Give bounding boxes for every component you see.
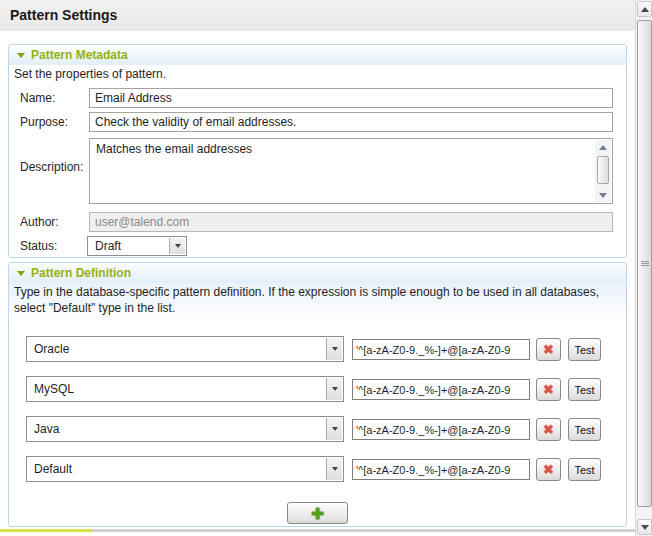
status-combo-value: Draft — [95, 239, 121, 253]
scrollbar-up-button[interactable] — [637, 1, 652, 17]
scrollbar-grip — [641, 260, 649, 267]
database-combo-arrow[interactable] — [326, 338, 342, 360]
database-combo-arrow[interactable] — [326, 418, 342, 440]
database-type-value: Oracle — [34, 342, 69, 356]
description-label: Description: — [20, 160, 83, 174]
database-type-combo[interactable]: Java — [26, 416, 344, 442]
test-button[interactable]: Test — [568, 338, 601, 361]
arrow-up-icon — [641, 7, 649, 12]
author-input — [89, 212, 613, 232]
database-type-value: Java — [34, 422, 59, 436]
description-field[interactable]: Matches the email addresses — [89, 138, 613, 204]
red-x-icon: ✖ — [543, 383, 554, 396]
author-label: Author: — [20, 215, 59, 229]
test-button-label: Test — [574, 384, 594, 396]
regex-input[interactable] — [352, 419, 530, 440]
metadata-section-subtitle: Set the properties of pattern. — [14, 67, 166, 81]
database-type-combo[interactable]: MySQL — [26, 376, 344, 402]
regex-input[interactable] — [352, 339, 530, 360]
description-text: Matches the email addresses — [96, 142, 592, 156]
chevron-down-icon — [332, 427, 338, 431]
name-input[interactable] — [89, 88, 613, 108]
test-button[interactable]: Test — [568, 378, 601, 401]
description-scroll-down-button[interactable] — [595, 188, 611, 202]
vertical-scrollbar[interactable] — [635, 0, 652, 536]
name-label: Name: — [20, 91, 55, 105]
scrollbar-thumb[interactable] — [637, 20, 652, 507]
database-type-value: Default — [34, 462, 72, 476]
page-title: Pattern Settings — [10, 7, 117, 23]
test-button[interactable]: Test — [568, 458, 601, 481]
database-type-value: MySQL — [34, 382, 74, 396]
definition-subtitle-band: Type in the database-specific pattern de… — [9, 283, 626, 321]
delete-pattern-button[interactable]: ✖ — [536, 458, 561, 481]
description-scroll-up-button[interactable] — [595, 140, 611, 154]
chevron-down-icon — [332, 467, 338, 471]
definition-section-title: Pattern Definition — [31, 266, 131, 280]
definition-subtitle-line1: Type in the database-specific pattern de… — [14, 285, 599, 299]
database-type-combo[interactable]: Default — [26, 456, 344, 482]
metadata-section-header[interactable]: Pattern Metadata — [9, 45, 626, 65]
chevron-down-icon — [175, 244, 181, 248]
definition-subtitle-line2: select "Default" type in the list. — [14, 301, 175, 315]
plus-icon: ✚ — [311, 506, 324, 521]
metadata-section-title: Pattern Metadata — [31, 48, 128, 62]
title-bar: Pattern Settings — [0, 0, 635, 31]
database-combo-arrow[interactable] — [326, 458, 342, 480]
status-combo[interactable]: Draft — [87, 236, 187, 256]
delete-pattern-button[interactable]: ✖ — [536, 378, 561, 401]
add-pattern-button[interactable]: ✚ — [287, 502, 348, 524]
bottom-strip-highlight — [0, 529, 92, 532]
pattern-settings-view: Pattern Settings Pattern Metadata Set th… — [0, 0, 652, 536]
arrow-up-icon — [599, 145, 607, 150]
test-button[interactable]: Test — [568, 418, 601, 441]
arrow-down-icon — [641, 525, 649, 530]
status-label: Status: — [20, 239, 57, 253]
test-button-label: Test — [574, 464, 594, 476]
test-button-label: Test — [574, 424, 594, 436]
red-x-icon: ✖ — [543, 463, 554, 476]
delete-pattern-button[interactable]: ✖ — [536, 338, 561, 361]
collapse-triangle-icon — [17, 53, 25, 58]
test-button-label: Test — [574, 344, 594, 356]
chevron-down-icon — [332, 347, 338, 351]
description-scrollbar-thumb[interactable] — [597, 156, 609, 184]
regex-input[interactable] — [352, 379, 530, 400]
chevron-down-icon — [332, 387, 338, 391]
bottom-strip — [0, 529, 635, 532]
database-combo-arrow[interactable] — [326, 378, 342, 400]
regex-input[interactable] — [352, 459, 530, 480]
collapse-triangle-icon — [17, 271, 25, 276]
delete-pattern-button[interactable]: ✖ — [536, 418, 561, 441]
purpose-input[interactable] — [89, 112, 613, 132]
status-combo-arrow[interactable] — [169, 238, 185, 254]
purpose-label: Purpose: — [20, 115, 68, 129]
description-scrollbar[interactable] — [595, 140, 611, 202]
red-x-icon: ✖ — [543, 343, 554, 356]
scrollbar-down-button[interactable] — [637, 519, 652, 535]
definition-section-header[interactable]: Pattern Definition — [9, 263, 626, 283]
red-x-icon: ✖ — [543, 423, 554, 436]
database-type-combo[interactable]: Oracle — [26, 336, 344, 362]
arrow-down-icon — [599, 193, 607, 198]
